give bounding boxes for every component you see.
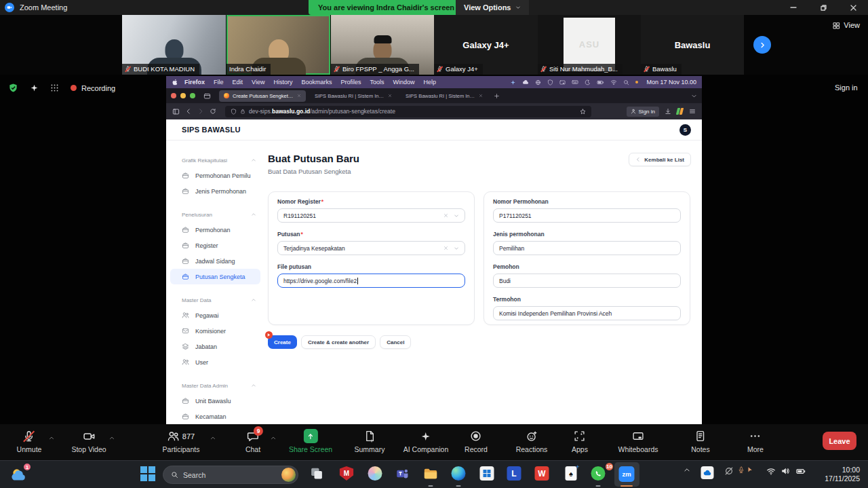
- nomor-permohonan-input[interactable]: P171120251: [493, 208, 681, 223]
- status-windows-icon[interactable]: [559, 79, 566, 86]
- menu-window[interactable]: Window: [393, 79, 414, 86]
- status-keyboard-icon[interactable]: [572, 79, 578, 86]
- cancel-button[interactable]: Cancel: [380, 335, 411, 349]
- file-putusan-input[interactable]: https://drive.google.com/file2: [277, 274, 465, 288]
- menu-history[interactable]: History: [273, 79, 292, 86]
- mcafee-button[interactable]: M: [340, 466, 354, 481]
- address-bar[interactable]: dev-sips.bawaslu.go.id/admin/putusan-sen…: [225, 106, 591, 117]
- downloads-icon[interactable]: [665, 108, 671, 115]
- list-all-tabs-icon[interactable]: [691, 93, 697, 99]
- status-wifi-icon[interactable]: [610, 79, 617, 86]
- video-tile-bawaslu[interactable]: Bawaslu Bawaslu: [641, 15, 744, 75]
- sidebar-section-grafik[interactable]: Grafik Rekapitulasi: [166, 153, 264, 168]
- firefox-view-icon[interactable]: [203, 92, 211, 100]
- sidebar-section-master-data-admin[interactable]: Master Data Admin: [166, 378, 264, 393]
- firefox-sign-in-button[interactable]: Sign in: [627, 107, 659, 117]
- menu-hamburger-icon[interactable]: [689, 108, 696, 115]
- sparkle-icon[interactable]: [30, 83, 39, 92]
- solitaire-button[interactable]: ♠+: [566, 466, 577, 481]
- meeting-security-shield-icon[interactable]: [8, 83, 18, 93]
- jenis-permohonan-input[interactable]: Pemilihan: [493, 241, 681, 255]
- app-l-button[interactable]: L: [507, 466, 521, 481]
- search-highlight-image[interactable]: [281, 468, 296, 482]
- menu-profiles[interactable]: Profiles: [340, 79, 361, 86]
- new-tab-button[interactable]: [494, 93, 500, 99]
- sidebar-item-register[interactable]: Register: [170, 238, 260, 253]
- sidebar-item-pegawai[interactable]: Pegawai: [170, 307, 260, 323]
- reload-button[interactable]: [210, 108, 216, 115]
- sidebar-item-jabatan[interactable]: Jabatan: [170, 339, 260, 354]
- macos-window-controls[interactable]: [171, 93, 195, 98]
- close-tab-icon[interactable]: [479, 94, 483, 98]
- tray-battery-button[interactable]: [796, 466, 806, 476]
- apple-menu-icon[interactable]: [172, 79, 178, 86]
- apps-grid-icon[interactable]: [50, 83, 59, 92]
- status-sparkle-icon[interactable]: [510, 79, 516, 86]
- video-tile-budi[interactable]: BUDI KOTA MADIUN: [122, 15, 226, 75]
- participants-button[interactable]: 877 Participants: [163, 428, 200, 453]
- chat-button[interactable]: 9 Chat: [245, 428, 260, 453]
- sidebar-item-putusan-sengketa[interactable]: Putusan Sengketa: [170, 269, 260, 284]
- chevron-down-icon[interactable]: [454, 213, 459, 219]
- recording-indicator[interactable]: Recording: [71, 84, 115, 92]
- tracking-shield-icon[interactable]: [231, 109, 237, 115]
- video-tile-galaxy[interactable]: Galaxy J4+ Galaxy J4+: [434, 15, 538, 75]
- menu-bookmarks[interactable]: Bookmarks: [301, 79, 332, 86]
- sidebar-item-komisioner[interactable]: Komisioner: [170, 323, 260, 339]
- notes-button[interactable]: Notes: [691, 428, 709, 453]
- stop-video-button[interactable]: Stop Video: [71, 428, 106, 453]
- tray-show-hidden-icons[interactable]: [684, 466, 691, 474]
- ai-companion-button[interactable]: AI Companion: [403, 428, 449, 453]
- chevron-down-icon[interactable]: [454, 246, 459, 251]
- whiteboards-button[interactable]: Whiteboards: [618, 428, 658, 453]
- sidebar-toggle-icon[interactable]: [172, 108, 180, 115]
- restore-button[interactable]: [808, 0, 838, 15]
- clear-x-icon[interactable]: [443, 246, 448, 250]
- status-search-icon[interactable]: [623, 79, 629, 86]
- bookmark-star-icon[interactable]: [580, 109, 586, 115]
- status-battery-icon[interactable]: [597, 79, 604, 86]
- back-to-list-button[interactable]: Kembali ke List: [629, 153, 691, 166]
- zoom-taskbar-button[interactable]: zm: [619, 466, 635, 482]
- close-tab-icon[interactable]: [297, 94, 301, 98]
- summary-button[interactable]: Summary: [355, 428, 385, 453]
- control-center-dot-icon[interactable]: [635, 81, 638, 83]
- sidebar-item-kecamatan[interactable]: Kecamatan: [170, 409, 260, 424]
- macos-clock[interactable]: Mon 17 Nov 10.00: [646, 79, 696, 86]
- sidebar-section-penelusuran[interactable]: Penelusuran: [166, 207, 264, 222]
- sidebar-section-master-data[interactable]: Master Data: [166, 293, 264, 307]
- next-participants-button[interactable]: [753, 36, 771, 54]
- site-brand[interactable]: SIPS BAWASLU: [182, 126, 241, 134]
- tray-volume-button[interactable]: [781, 466, 790, 476]
- video-tile-siti[interactable]: ASU Siti Nur Mahmudah_B...: [538, 15, 641, 75]
- tray-dnd-button[interactable]: [724, 466, 734, 476]
- pemohon-input[interactable]: Budi: [493, 274, 681, 288]
- mic-options-chevron[interactable]: [49, 435, 55, 441]
- browser-tab-2[interactable]: SIPS Bawaslu RI | Sistem Informasi: [310, 90, 397, 102]
- leave-button[interactable]: Leave: [823, 432, 856, 450]
- video-options-chevron[interactable]: [109, 435, 115, 441]
- menu-help[interactable]: Help: [423, 79, 436, 86]
- menu-edit[interactable]: Edit: [233, 79, 243, 86]
- close-tab-icon[interactable]: [388, 94, 392, 98]
- sidebar-item-jenis-permohonan[interactable]: Jenis Permohonan: [170, 183, 260, 199]
- clear-x-icon[interactable]: [443, 213, 448, 218]
- sidebar-item-user[interactable]: User: [170, 354, 260, 370]
- minimize-button[interactable]: [778, 0, 808, 15]
- record-button[interactable]: Record: [465, 428, 488, 453]
- copilot-button[interactable]: [368, 466, 382, 481]
- reactions-button[interactable]: Reactions: [516, 428, 548, 453]
- microsoft-store-button[interactable]: [480, 466, 494, 481]
- video-tile-indra-active-speaker[interactable]: Indra Chaidir: [226, 15, 330, 75]
- chat-options-chevron[interactable]: [271, 435, 277, 441]
- share-screen-button[interactable]: Share Screen: [289, 428, 332, 453]
- edge-button[interactable]: [452, 466, 466, 481]
- onedrive-tray-button[interactable]: [701, 466, 714, 479]
- extension-icon[interactable]: [677, 108, 684, 115]
- unmute-button[interactable]: Unmute: [17, 428, 42, 453]
- taskbar-clock[interactable]: 10:00 17/11/2025: [825, 466, 860, 483]
- sidebar-item-permohonan-pemilu[interactable]: Permohonan Pemilu: [170, 168, 260, 183]
- menu-tools[interactable]: Tools: [370, 79, 384, 86]
- sidebar-item-permohonan[interactable]: Permohonan: [170, 222, 260, 238]
- browser-tab-active[interactable]: Create Putusan Sengketa - SIP: [219, 90, 306, 102]
